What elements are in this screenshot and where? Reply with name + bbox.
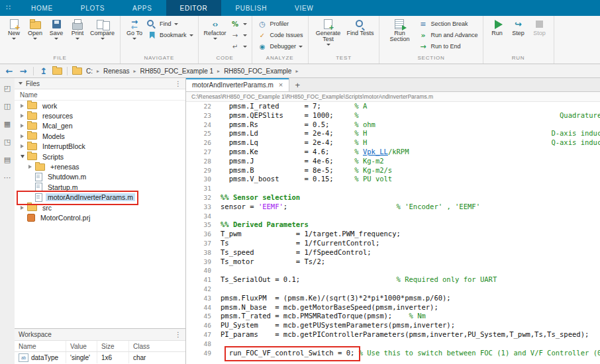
workspace-column-size[interactable]: Size — [97, 341, 129, 351]
expand-arrow-icon[interactable] — [21, 104, 24, 108]
panel-menu-icon[interactable] — [175, 80, 181, 87]
print-button[interactable]: Print — [67, 17, 88, 40]
bookmark-button[interactable]: Bookmark — [147, 30, 193, 40]
step-button[interactable]: Step — [508, 17, 529, 36]
line-number[interactable]: 46 — [186, 321, 211, 330]
expand-arrow-icon[interactable] — [28, 165, 32, 169]
debugger-button[interactable]: Debugger — [258, 42, 303, 51]
run-button[interactable]: Run — [487, 17, 508, 36]
grid-panel-icon[interactable]: ▦ — [3, 119, 12, 128]
breadcrumb-item-renesas[interactable]: Renesas — [103, 68, 129, 75]
window-panel-icon[interactable]: ◳ — [3, 137, 12, 146]
line-number[interactable]: 33 — [186, 203, 211, 212]
line-number[interactable]: 35 — [186, 220, 211, 230]
line-number[interactable]: 40 — [186, 266, 211, 275]
tree-item-scripts[interactable]: Scripts — [15, 152, 185, 161]
expand-arrow-icon[interactable] — [21, 206, 24, 210]
line-number[interactable]: 39 — [186, 257, 211, 267]
forward-icon[interactable] — [18, 66, 28, 76]
tree-item-mcal-gen[interactable]: Mcal_gen — [15, 121, 185, 131]
code-area[interactable]: 22 pmsm.I_rated = 7; % A23 pmsm.QEPSlits… — [186, 102, 600, 364]
indent-button[interactable] — [230, 30, 247, 40]
split-panel-icon[interactable]: ◫ — [3, 101, 12, 111]
breadcrumb-item-rh850-foc-example-1[interactable]: RH850_FOC_Example 1 — [140, 68, 214, 75]
wrap-button[interactable] — [230, 42, 247, 51]
line-number[interactable]: 48 — [186, 340, 211, 349]
stop-button[interactable]: Stop — [529, 17, 550, 36]
line-number[interactable]: 30 — [186, 175, 211, 184]
go-to-button[interactable]: Go To — [124, 17, 145, 40]
tree-item-models[interactable]: Models — [15, 131, 185, 141]
line-number[interactable]: 22 — [186, 102, 211, 111]
comment-button[interactable] — [230, 19, 247, 28]
save-button[interactable]: Save — [46, 17, 67, 40]
new-tab-button[interactable] — [289, 78, 305, 91]
run-section-button[interactable]: Run Section — [383, 17, 416, 42]
compare-button[interactable]: Compare — [88, 17, 117, 40]
line-number[interactable]: 31 — [186, 184, 211, 193]
workspace-column-class[interactable]: Class — [129, 341, 185, 351]
panel-menu-icon[interactable] — [175, 331, 181, 338]
line-number[interactable]: 26 — [186, 138, 211, 148]
line-number[interactable]: 49 — [186, 349, 211, 358]
tree-item-interruptblock[interactable]: InterruptBlock — [15, 142, 185, 152]
workspace-column-name[interactable]: Name — [15, 341, 66, 351]
generate-test-button[interactable]: Generate Test — [312, 17, 345, 46]
tree-item-startup-m[interactable]: Startup.m — [15, 182, 185, 192]
editor-tab-motorandinverterparams[interactable]: motorAndInverterParams.m — [186, 78, 289, 91]
find-tests-button[interactable]: Find Tests — [345, 17, 376, 36]
line-number[interactable]: 42 — [186, 285, 211, 294]
line-number[interactable]: 36 — [186, 230, 211, 239]
tree-item-src[interactable]: src — [15, 203, 185, 212]
line-number[interactable]: 37 — [186, 239, 211, 248]
toolstrip-tab-plots[interactable]: PLOTS — [67, 0, 119, 16]
line-number[interactable]: 24 — [186, 120, 211, 130]
tree-item-resources[interactable]: resources — [15, 111, 185, 120]
line-number[interactable]: 44 — [186, 303, 211, 312]
line-number[interactable]: 25 — [186, 129, 211, 138]
expand-arrow-icon[interactable] — [21, 124, 24, 128]
breadcrumb-item-rh850-foc-example[interactable]: RH850_FOC_Example — [224, 68, 291, 75]
toolstrip-tab-editor[interactable]: EDITOR — [166, 0, 222, 16]
expand-arrow-icon[interactable] — [21, 134, 24, 138]
toolstrip-tab-home[interactable]: HOME — [17, 0, 67, 16]
tree-item-work[interactable]: work — [15, 101, 185, 111]
line-number[interactable]: 23 — [186, 111, 211, 120]
line-number[interactable]: 47 — [186, 330, 211, 340]
run-and-advance-button[interactable]: Run and Advance — [418, 30, 477, 40]
files-name-column-header[interactable]: Name — [15, 89, 185, 101]
section-break-button[interactable]: Section Break — [418, 19, 477, 28]
line-number[interactable]: 38 — [186, 248, 211, 257]
tree-item-renesas[interactable]: +renesas — [15, 161, 185, 171]
tree-item-shutdown-m[interactable]: Shutdown.m — [15, 172, 185, 182]
line-number[interactable]: 43 — [186, 294, 211, 303]
line-number[interactable]: 34 — [186, 212, 211, 221]
line-number[interactable]: 41 — [186, 275, 211, 285]
line-number[interactable]: 27 — [186, 148, 211, 157]
expand-arrow-icon[interactable] — [21, 144, 24, 148]
desktop-panel-icon[interactable]: ◰ — [3, 83, 12, 93]
collapse-chevron-icon[interactable] — [19, 82, 23, 85]
line-number[interactable]: 45 — [186, 312, 211, 321]
up-one-level-icon[interactable] — [38, 66, 49, 76]
open-button[interactable]: Open — [25, 17, 46, 40]
collapse-arrow-icon[interactable] — [21, 155, 25, 158]
toolstrip-tab-publish[interactable]: PUBLISH — [221, 0, 281, 16]
run-to-end-button[interactable]: Run to End — [418, 42, 477, 51]
toolstrip-tab-apps[interactable]: APPS — [119, 0, 166, 16]
toolstrip-tab-view[interactable]: VIEW — [281, 0, 327, 16]
close-icon[interactable] — [279, 81, 283, 89]
list-panel-icon[interactable]: ▤ — [3, 155, 12, 164]
find-button[interactable]: Find — [147, 19, 193, 28]
refactor-button[interactable]: Refactor — [202, 17, 228, 40]
workspace-column-value[interactable]: Value — [66, 341, 97, 351]
expand-arrow-icon[interactable] — [21, 114, 24, 118]
breadcrumb-item-c[interactable]: C: — [86, 68, 93, 75]
line-number[interactable]: 29 — [186, 166, 211, 175]
tree-item-motorcontrol-prj[interactable]: MotorControl.prj — [15, 212, 185, 222]
line-number[interactable]: 32 — [186, 193, 211, 203]
browse-folder-icon[interactable] — [52, 68, 62, 75]
more-icon[interactable]: ⋯ — [3, 173, 12, 182]
line-number[interactable]: 28 — [186, 157, 211, 166]
workspace-row-datatype[interactable]: dataType'single'1x6char — [15, 352, 185, 363]
